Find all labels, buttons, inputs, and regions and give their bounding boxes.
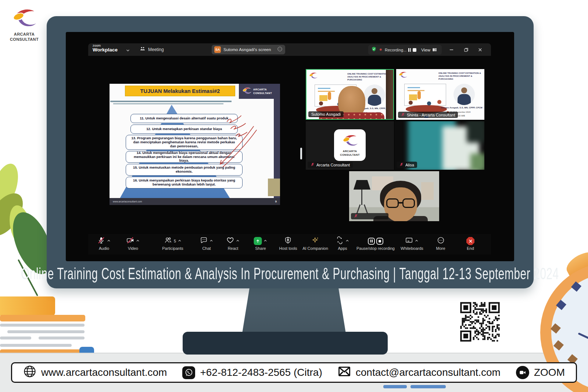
react-options-chevron[interactable] [236,238,240,244]
mic-muted-icon [311,162,315,167]
toolbar-label: Video [128,246,138,251]
email-contact[interactable]: contact@arcartaconsultant.com [338,366,501,380]
video-tile-sutomo[interactable]: ONLINE TRAINING COST ESTIMATION &ANALYSI… [306,69,394,120]
slide-item-15: 15. Untuk memutuskan metode pembuatan pr… [126,164,243,176]
toolbar-end-button[interactable]: End [466,237,474,251]
toolbar-apps-button[interactable]: Apps [336,237,349,251]
paper-line [0,344,72,347]
speaker-avatar [364,84,385,106]
zoom-workplace-menu[interactable]: zoom Workplace [93,44,118,53]
video-tile-alisa[interactable]: Alisa [395,121,484,170]
toolbar-label: Whiteboards [401,246,423,251]
recording-indicator: Recording... View [368,45,442,55]
participant-name-label [351,213,388,219]
share-icon [254,237,262,245]
toolbar-video-button[interactable]: Video [126,237,140,251]
minimize-button[interactable] [448,47,454,53]
mic-muted-icon [401,112,405,117]
slide-item-13: 13. Program pengurangan biaya karena pen… [126,135,243,150]
whiteboards-options-chevron[interactable] [415,238,419,244]
book-yellow [0,296,55,316]
chat-options-chevron[interactable] [209,238,214,244]
paper-line [0,324,85,327]
toolbar-audio-button[interactable]: Audio [97,237,111,251]
phone-text: +62-812-2483-2565 (Citra) [200,367,322,378]
slide-item-12: 12. Untuk menetapkan perkiraan standar b… [130,125,238,134]
toolbar-more-button[interactable]: More [436,237,445,251]
website-link[interactable]: www.arcartaconsultant.com [23,365,167,381]
painting [421,182,434,200]
audio-options-chevron[interactable] [107,238,111,244]
slide-accent-block [268,179,280,196]
shared-slide: TUJUAN Melakukan Estimasi#2 ARCARTACONSU… [110,84,280,205]
toolbar-ai-companion-button[interactable]: AI Companion [302,237,328,251]
blue-dash [383,385,407,388]
video-tile-host[interactable] [349,171,439,221]
zoom-titlebar: zoom Workplace Meeting SA Sutomo Asngadi… [88,43,491,56]
pause-recording-button[interactable] [408,48,411,52]
website-text: www.arcartaconsultant.com [41,367,167,378]
toolbar-chat-button[interactable]: Chat [200,237,214,251]
monitor-stand-base [183,332,388,355]
more-options-icon[interactable] [277,46,283,53]
video-options-chevron[interactable] [136,238,140,244]
shield-icon [284,236,292,246]
monitor-stand-neck [242,288,346,333]
toolbar-participants-button[interactable]: 5Participants [162,237,183,251]
arcarta-logo-icon [10,25,39,31]
blurred-video [470,154,484,170]
brand-name-line2: CONSULTANT [5,37,43,42]
slide-footer-url: www.arcartaconsultant.com [113,200,142,203]
toolbar-host-tools-button[interactable]: Host tools [279,237,297,251]
video-tile-arcarta[interactable]: ARCARTACONSULTANT Arcarta Consultant [306,121,394,170]
arcarta-logo: ARCARTA CONSULTANT [5,7,43,42]
participants-icon [164,236,172,246]
shared-screen-pill[interactable]: SA Sutomo Asngadi's screen [212,45,285,54]
toolbar-react-button[interactable]: React [226,237,240,251]
slide-title: TUJUAN Melakukan Estimasi#2 [125,86,235,96]
arcarta-logo-icon [308,72,318,81]
blue-dash [410,385,446,388]
view-button[interactable]: View [421,47,437,52]
lamp [354,180,370,190]
share-initials-badge: SA [214,46,221,53]
tab-meeting[interactable]: Meeting [140,46,164,53]
view-label: View [421,48,430,52]
toolbar-label: Audio [99,246,109,251]
mic-muted-icon [354,214,358,219]
arcarta-logo-icon [242,87,251,96]
toolbar-share-button[interactable]: Share [254,237,268,251]
paper-line [39,337,85,339]
shared-screen-label: Sutomo Asngadi's screen [223,47,275,52]
whatsapp-contact[interactable]: +62-812-2483-2565 (Citra) [182,366,322,379]
end-icon [466,237,474,245]
blurred-video [467,121,484,143]
toolbar-pause-stop-recording-button[interactable]: Pause/stop recording [356,237,395,251]
monitor-screen: zoom Workplace Meeting SA Sutomo Asngadi… [66,32,514,261]
close-button[interactable] [477,47,483,53]
toolbar-label: Host tools [279,246,297,251]
slide-item-16: 16. Untuk menyampaikan perkiraan biaya k… [126,177,243,188]
toolbar-label: AI Companion [302,246,328,251]
share-options-chevron[interactable] [263,238,268,244]
video-tile-shinta[interactable]: ONLINE TRAINING COST ESTIMATION &ANALYSI… [396,69,484,120]
lamp-pole [361,190,362,205]
event-banner-text: Online Training Cost Estimation & Analys… [21,264,559,283]
recording-label: Recording... [385,48,406,52]
event-banner: Online Training Cost Estimation & Analys… [66,262,514,285]
participant-name-label: Arcarta Consultant [308,162,353,168]
toolbar-whiteboards-button[interactable]: Whiteboards [401,237,423,251]
maximize-button[interactable] [463,47,469,53]
chat-icon [200,236,208,246]
zoom-platform: ZOOM [516,366,565,379]
toolbar-label: More [436,246,445,251]
participants-options-chevron[interactable] [178,238,182,244]
participant-name-label: Sutomo Asngadi [308,111,344,117]
stop-recording-button[interactable] [413,48,416,52]
door-background [386,70,393,119]
shield-check-icon [371,46,377,53]
apps-options-chevron[interactable] [345,238,349,244]
panel-divider-handle[interactable] [300,148,302,159]
sparkle-icon [311,236,319,246]
chevron-down-icon[interactable] [126,47,130,54]
